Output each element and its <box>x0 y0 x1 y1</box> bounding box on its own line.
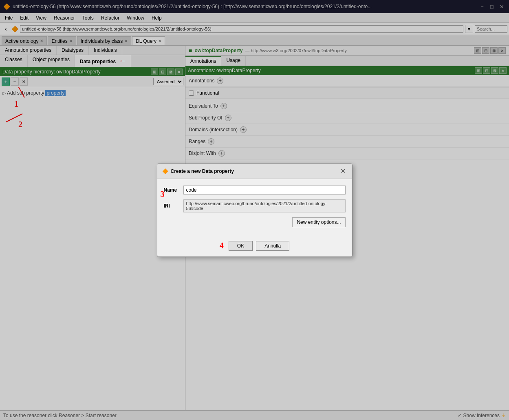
iri-value: http://www.semanticweb.org/bruno/ontolog… <box>183 199 346 212</box>
cancel-button[interactable]: Annulla <box>256 241 289 251</box>
new-entity-options-button[interactable]: New entity options... <box>292 217 345 227</box>
name-row: Name <box>164 186 346 195</box>
entity-options-row: New entity options... <box>164 217 346 227</box>
iri-row: IRI http://www.semanticweb.org/bruno/ont… <box>164 199 346 212</box>
modal-body: Name IRI http://www.semanticweb.org/brun… <box>157 179 352 237</box>
modal-overlay: 🔶 Create a new Data property ✕ Name IRI … <box>0 0 509 420</box>
create-data-property-dialog: 🔶 Create a new Data property ✕ Name IRI … <box>157 164 353 257</box>
modal-title: 🔶 Create a new Data property <box>162 168 234 174</box>
iri-label: IRI <box>164 203 180 209</box>
annotation-num3: 3 <box>161 190 165 199</box>
annotation-num4: 4 <box>220 241 224 250</box>
name-label: Name <box>164 187 180 193</box>
modal-header: 🔶 Create a new Data property ✕ <box>157 164 352 179</box>
modal-title-text: Create a new Data property <box>171 168 234 174</box>
modal-title-icon: 🔶 <box>162 168 168 174</box>
modal-close-button[interactable]: ✕ <box>339 167 347 175</box>
ok-button[interactable]: OK <box>229 241 253 251</box>
name-field[interactable] <box>183 186 346 195</box>
modal-footer: 4 OK Annulla <box>157 237 352 256</box>
